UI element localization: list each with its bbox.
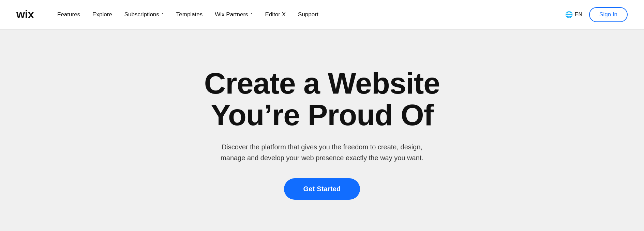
nav-link-features[interactable]: Features [57,11,80,18]
navbar: wix Features Explore Subscriptions ⌃ Tem… [0,0,644,30]
nav-links: Features Explore Subscriptions ⌃ Templat… [57,11,565,18]
hero-subtitle: Discover the platform that gives you the… [221,142,423,163]
nav-link-subscriptions[interactable]: Subscriptions ⌃ [124,11,164,18]
subscriptions-chevron-icon: ⌃ [161,13,164,17]
nav-link-support[interactable]: Support [298,11,318,18]
nav-link-editor-x[interactable]: Editor X [265,11,286,18]
hero-section: Create a Website You’re Proud Of Discove… [0,30,644,231]
logo[interactable]: wix [16,10,41,19]
language-label: EN [575,12,582,18]
sign-in-button[interactable]: Sign In [589,7,628,22]
language-selector[interactable]: 🌐 EN [565,11,582,18]
wix-partners-chevron-icon: ⌃ [250,13,253,17]
nav-link-explore[interactable]: Explore [92,11,112,18]
get-started-button[interactable]: Get Started [284,178,360,200]
hero-title: Create a Website You’re Proud Of [204,68,440,131]
svg-text:wix: wix [16,10,34,19]
nav-link-templates[interactable]: Templates [176,11,203,18]
nav-right: 🌐 EN Sign In [565,7,628,22]
nav-link-wix-partners[interactable]: Wix Partners ⌃ [215,11,253,18]
globe-icon: 🌐 [565,11,573,18]
